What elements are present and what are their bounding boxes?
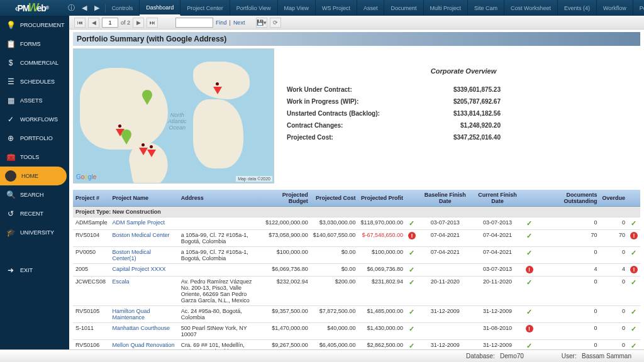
tab-map-view[interactable]: Map View	[278, 0, 316, 16]
cell-budget: $232,002.94	[260, 277, 311, 306]
cell-project-num: JCWECS08	[73, 277, 110, 306]
find-input[interactable]	[175, 18, 213, 28]
tab-power-bi[interactable]: Power BI	[633, 0, 644, 16]
cell-overdue: 4	[599, 264, 628, 277]
project-link[interactable]: Boston Medical Center	[113, 232, 170, 238]
cell-overdue: 0	[599, 340, 628, 350]
main-content: ⏮ ◀ of 2 ▶ ⏭ Find | Next 💾▾ ⟳ Portfolio …	[69, 16, 644, 349]
tab-project-center[interactable]: Project Center	[180, 0, 230, 16]
prev-page-button[interactable]: ◀	[88, 18, 99, 28]
sidebar-item-tools[interactable]: 🧰TOOLS	[0, 148, 69, 167]
column-header[interactable]: Current Finish Date	[472, 190, 523, 207]
cell-profit-flag: ✓	[406, 264, 418, 277]
sidebar-item-search[interactable]: 🔍SEARCH	[0, 185, 69, 204]
alert-icon: !	[630, 266, 638, 273]
tab-controls[interactable]: Controls	[106, 0, 140, 16]
overview-label: Projected Cost:	[287, 134, 413, 141]
tab-document[interactable]: Document	[384, 0, 423, 16]
cell-overdue: 0	[599, 277, 628, 306]
map-pin[interactable]	[212, 79, 223, 96]
tab-portfolio-view[interactable]: Portfolio View	[230, 0, 278, 16]
tab-workflow[interactable]: Workflow	[597, 0, 633, 16]
sidebar-item-commercial[interactable]: $COMMERCIAL	[0, 53, 69, 72]
overview-value: $1,248,920.20	[413, 122, 501, 129]
tab-events-4-[interactable]: Events (4)	[558, 0, 597, 16]
cell-budget: $9,357,500.00	[260, 306, 311, 323]
check-icon: ✓	[526, 249, 532, 256]
overview-label: Work in Progress (WIP):	[287, 98, 413, 105]
cell-date-flag: !	[523, 323, 536, 340]
info-icon[interactable]: ⓘ	[67, 4, 76, 13]
cell-outstanding: 70	[536, 230, 600, 247]
first-page-button[interactable]: ⏮	[74, 18, 86, 28]
column-header[interactable]: Projected Budget	[260, 190, 311, 207]
sidebar-item-assets[interactable]: ▦ASSETS	[0, 91, 69, 110]
tab-dashboard[interactable]: Dashboard	[140, 0, 180, 16]
column-header[interactable]: Address	[179, 190, 260, 207]
refresh-button[interactable]: ⟳	[270, 18, 281, 28]
column-header[interactable]: Overdue	[599, 190, 628, 207]
check-icon: ✓	[631, 342, 636, 349]
next-page-button[interactable]: ▶	[133, 18, 144, 28]
project-link[interactable]: Escala	[113, 278, 130, 285]
page-input[interactable]	[102, 18, 118, 28]
sidebar-item-label: SCHEDULES	[20, 79, 55, 85]
nav-prev-icon[interactable]: ◀	[80, 4, 89, 13]
sidebar-item-recent[interactable]: ↺RECENT	[0, 204, 69, 223]
column-header[interactable]: Baseline Finish Date	[418, 190, 472, 207]
check-icon: ✓	[409, 219, 414, 227]
project-link[interactable]: ADM Sample Project	[113, 219, 165, 226]
check-icon: ✓	[526, 219, 532, 227]
cell-overdue-flag: ✓	[628, 340, 640, 350]
tab-asset[interactable]: Asset	[357, 0, 385, 16]
cell-cost: $140,607,550.00	[311, 230, 358, 247]
alert-icon: !	[630, 232, 638, 239]
project-link[interactable]: Capital Project XXXX	[113, 266, 166, 272]
cell-baseline-finish: 20-11-2020	[418, 277, 472, 306]
map-pin[interactable]	[142, 90, 153, 106]
cell-overdue-flag: ✓	[628, 247, 640, 264]
sidebar-icon: 🧰	[6, 153, 15, 162]
sidebar-item-label: EXIT	[20, 267, 33, 273]
cell-budget: $1,470,000.00	[260, 323, 311, 340]
nav-next-icon[interactable]: ▶	[92, 4, 101, 13]
sidebar-item-schedules[interactable]: ☰SCHEDULES	[0, 72, 69, 91]
column-header[interactable]: Project Name	[110, 190, 179, 207]
table-row: 2005Capital Project XXXX$6,069,736.80$0.…	[73, 264, 640, 277]
cell-address	[179, 217, 260, 230]
map[interactable]: NorthAtlanticOcean Google Map data ©2020	[73, 48, 274, 184]
project-link[interactable]: Manhattan Courthouse	[113, 325, 170, 331]
column-header[interactable]	[628, 190, 640, 207]
sidebar-item-university[interactable]: 🎓UNIVERSITY	[0, 223, 69, 242]
column-header[interactable]: Documents Outstanding	[536, 190, 600, 207]
check-icon: ✓	[631, 325, 636, 332]
column-header[interactable]: Project #	[73, 190, 110, 207]
project-link[interactable]: Hamilton Quad Maintenance	[113, 308, 150, 321]
last-page-button[interactable]: ⏭	[147, 18, 158, 28]
page-of-label: of 2	[121, 19, 130, 26]
map-pin[interactable]	[146, 142, 157, 158]
project-link[interactable]: Boston Medical Center(1)	[113, 249, 152, 261]
column-header[interactable]	[406, 190, 418, 207]
tab-site-cam[interactable]: Site Cam	[468, 0, 504, 16]
column-header[interactable]	[523, 190, 536, 207]
cell-baseline-finish: 31-12-2009	[418, 340, 472, 350]
sidebar-exit[interactable]: ➜ EXIT	[0, 261, 69, 280]
column-header[interactable]: Projected Profit	[358, 190, 406, 207]
find-link[interactable]: Find	[216, 19, 227, 26]
sidebar-item-procurement[interactable]: 💡PROCUREMENT	[0, 16, 69, 35]
next-link[interactable]: Next	[233, 19, 245, 26]
sidebar-home[interactable]: HOME	[0, 167, 67, 185]
tab-ws-project[interactable]: WS Project	[316, 0, 357, 16]
project-link[interactable]: Mellon Quad Renovation	[113, 342, 175, 348]
cell-address: a 105a-99, Cl. 72 #105a-1, Bogotá, Colom…	[179, 247, 260, 264]
sidebar-item-forms[interactable]: 📋FORMS	[0, 35, 69, 53]
column-header[interactable]: Projected Cost	[311, 190, 358, 207]
export-button[interactable]: 💾▾	[256, 18, 267, 28]
tab-cost-worksheet[interactable]: Cost Worksheet	[504, 0, 558, 16]
sidebar-item-workflows[interactable]: ✓WORKFLOWS	[0, 110, 69, 129]
sidebar-item-portfolio[interactable]: ⊕PORTFOLIO	[0, 129, 69, 148]
map-pin[interactable]	[121, 129, 132, 146]
tab-multi-project[interactable]: Multi Project	[424, 0, 469, 16]
cell-outstanding: 0	[536, 306, 600, 323]
